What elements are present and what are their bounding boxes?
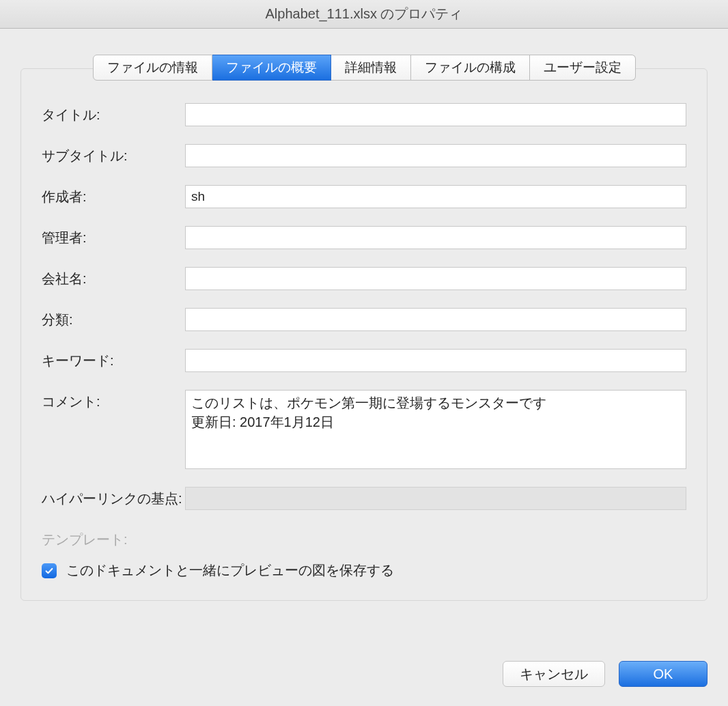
tab-file-info[interactable]: ファイルの情報 — [93, 55, 212, 81]
ok-button[interactable]: OK — [619, 661, 708, 687]
preview-checkbox[interactable] — [42, 563, 57, 578]
keyword-input[interactable] — [185, 349, 686, 372]
tab-file-summary[interactable]: ファイルの概要 — [212, 55, 331, 81]
category-label: 分類: — [42, 308, 185, 329]
author-input[interactable] — [185, 185, 686, 208]
keyword-label: キーワード: — [42, 349, 185, 370]
cancel-button[interactable]: キャンセル — [503, 661, 605, 687]
subtitle-label: サブタイトル: — [42, 144, 185, 165]
comment-input[interactable] — [185, 390, 686, 469]
window-title-bar: Alphabet_111.xlsx のプロパティ — [0, 0, 728, 29]
category-input[interactable] — [185, 308, 686, 331]
window-title: Alphabet_111.xlsx のプロパティ — [265, 5, 462, 23]
hyperlink-input — [185, 487, 686, 510]
button-bar: キャンセル OK — [503, 661, 708, 687]
company-input[interactable] — [185, 267, 686, 290]
tabs-row: ファイルの情報 ファイルの概要 詳細情報 ファイルの構成 ユーザー設定 — [20, 55, 708, 81]
tab-file-structure[interactable]: ファイルの構成 — [411, 55, 530, 81]
check-icon — [44, 566, 54, 576]
hyperlink-label: ハイパーリンクの基点: — [42, 487, 185, 508]
subtitle-input[interactable] — [185, 144, 686, 167]
manager-label: 管理者: — [42, 226, 185, 247]
comment-label: コメント: — [42, 390, 185, 411]
company-label: 会社名: — [42, 267, 185, 288]
tab-details[interactable]: 詳細情報 — [331, 55, 411, 81]
preview-checkbox-label: このドキュメントと一緒にプレビューの図を保存する — [66, 561, 394, 580]
manager-input[interactable] — [185, 226, 686, 249]
title-input[interactable] — [185, 103, 686, 126]
template-label: テンプレート: — [42, 528, 185, 549]
author-label: 作成者: — [42, 185, 185, 206]
tab-user-settings[interactable]: ユーザー設定 — [530, 55, 636, 81]
content-panel: タイトル: サブタイトル: 作成者: 管理者: 会社名: 分類: キーワード: — [20, 68, 708, 601]
title-label: タイトル: — [42, 103, 185, 124]
